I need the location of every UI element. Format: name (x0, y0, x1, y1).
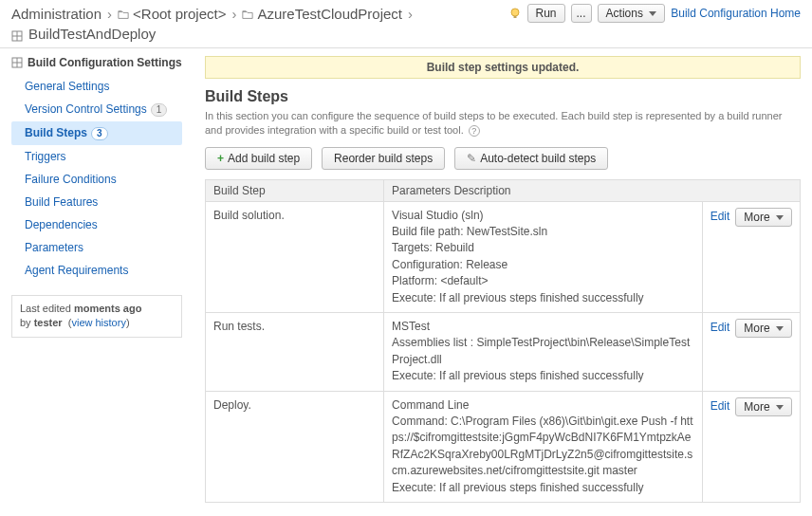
build-config-icon (11, 57, 23, 68)
help-icon[interactable]: ? (469, 125, 480, 137)
run-button[interactable]: Run (527, 4, 565, 23)
badge: 1 (151, 103, 168, 117)
caret-down-icon (776, 326, 784, 331)
table-row: Deploy.Command Line Command: C:\Program … (206, 391, 801, 502)
chevron-right-icon: › (408, 6, 413, 22)
edit-link[interactable]: Edit (710, 320, 730, 336)
view-history-link[interactable]: view history (71, 317, 125, 328)
reorder-build-steps-button[interactable]: Reorder build steps (322, 147, 445, 170)
sidebar-item-agent-requirements[interactable]: Agent Requirements (11, 259, 182, 282)
success-banner: Build step settings updated. (205, 56, 801, 79)
step-name: Deploy. (206, 391, 384, 502)
body: Build Configuration Settings General Set… (0, 48, 812, 503)
sidebar-item-failure-conditions[interactable]: Failure Conditions (11, 168, 182, 191)
sidebar-item-version-control-settings[interactable]: Version Control Settings1 (11, 98, 182, 121)
plus-icon: + (217, 152, 224, 165)
breadcrumb-current-label: BuildTestAndDeploy (28, 26, 156, 42)
folder-icon (118, 9, 129, 19)
sidebar-item-build-features[interactable]: Build Features (11, 191, 182, 213)
main: Build step settings updated. Build Steps… (182, 56, 801, 503)
table-row: Run tests.MSTest Assemblies list : Simpl… (206, 313, 801, 392)
caret-down-icon (649, 11, 656, 16)
step-name: Run tests. (206, 313, 384, 392)
crumb-project[interactable]: AzureTestCloudProject (257, 6, 402, 22)
auto-detect-button[interactable]: ✎Auto-detect build steps (454, 147, 608, 170)
sidebar-item-dependencies[interactable]: Dependencies (11, 213, 182, 236)
header-actions: Run ... Actions Build Configuration Home (508, 4, 801, 23)
sidebar-item-triggers[interactable]: Triggers (11, 145, 182, 168)
crumb-admin[interactable]: Administration (11, 6, 102, 22)
header: Administration › <Root project> › AzureT… (0, 0, 812, 48)
col-build-step: Build Step (206, 179, 384, 201)
section-desc: In this section you can configure the se… (205, 109, 801, 138)
svg-rect-4 (513, 16, 516, 18)
step-params: Visual Studio (sln) Build file path: New… (384, 201, 703, 312)
step-actions: EditMore (702, 391, 800, 502)
step-params: Command Line Command: C:\Program Files (… (384, 391, 703, 502)
sidebar-item-link[interactable]: Version Control Settings1 (11, 101, 182, 119)
sidebar-nav: General SettingsVersion Control Settings… (11, 75, 182, 282)
sidebar-item-link[interactable]: General Settings (11, 78, 182, 95)
build-steps-table: Build Step Parameters Description Build … (205, 179, 801, 503)
more-button[interactable]: More (735, 397, 792, 416)
build-config-icon (11, 28, 23, 40)
chevron-right-icon: › (231, 6, 236, 22)
edit-link[interactable]: Edit (710, 209, 730, 225)
sidebar-item-parameters[interactable]: Parameters (11, 236, 182, 259)
wand-icon: ✎ (467, 152, 476, 165)
sidebar-item-link[interactable]: Build Steps3 (11, 124, 182, 142)
sidebar-title: Build Configuration Settings (11, 56, 182, 69)
sidebar-item-link[interactable]: Build Features (11, 194, 182, 211)
caret-down-icon (776, 405, 784, 410)
sidebar-item-link[interactable]: Dependencies (11, 216, 182, 233)
col-params: Parameters Description (384, 179, 801, 201)
page-title: Build Steps (205, 88, 801, 105)
caret-down-icon (776, 215, 784, 220)
folder-icon (242, 9, 253, 19)
last-edited-box: Last edited moments ago by tester (view … (11, 295, 182, 338)
sidebar-item-general-settings[interactable]: General Settings (11, 75, 182, 98)
sidebar-item-build-steps[interactable]: Build Steps3 (11, 121, 182, 145)
sidebar-item-link[interactable]: Triggers (11, 148, 182, 165)
more-button[interactable]: More (735, 208, 792, 227)
sidebar-item-link[interactable]: Failure Conditions (11, 171, 182, 188)
build-config-home-link[interactable]: Build Configuration Home (671, 7, 801, 20)
actions-button[interactable]: Actions (598, 4, 666, 23)
edit-link[interactable]: Edit (710, 398, 730, 415)
step-actions: EditMore (702, 313, 800, 392)
toolbar: +Add build step Reorder build steps ✎Aut… (205, 147, 801, 170)
sidebar-item-link[interactable]: Agent Requirements (11, 262, 182, 279)
bulb-icon[interactable] (508, 7, 522, 20)
chevron-right-icon: › (107, 6, 112, 22)
badge: 3 (91, 127, 108, 140)
run-options-button[interactable]: ... (571, 4, 592, 23)
crumb-root[interactable]: <Root project> (133, 6, 226, 22)
breadcrumb-current: BuildTestAndDeploy (11, 26, 801, 42)
sidebar-item-link[interactable]: Parameters (11, 239, 182, 256)
add-build-step-button[interactable]: +Add build step (205, 147, 312, 170)
step-actions: EditMore (702, 201, 800, 312)
table-row: Build solution.Visual Studio (sln) Build… (206, 201, 801, 312)
step-params: MSTest Assemblies list : SimpleTestProje… (384, 313, 703, 392)
more-button[interactable]: More (735, 319, 792, 338)
sidebar: Build Configuration Settings General Set… (11, 56, 182, 503)
svg-point-3 (511, 9, 519, 16)
step-name: Build solution. (206, 201, 384, 312)
